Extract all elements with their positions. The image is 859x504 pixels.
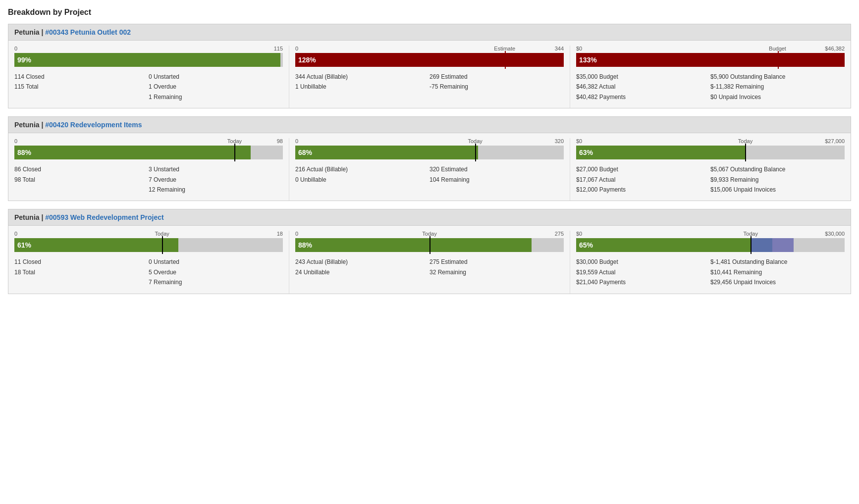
bar-container: 68%: [295, 146, 564, 159]
stat-line: 0 Unstarted: [149, 72, 283, 82]
stat-line: $15,006 Unpaid Invoices: [710, 185, 845, 195]
metric-col-hours: 0Today32068%216 Actual (Billable)0 Unbil…: [289, 138, 570, 201]
bar-min-label: 0: [14, 231, 17, 237]
stat-line: 11 Closed: [14, 257, 149, 267]
stats-grid: 114 Closed115 Total0 Unstarted1 Overdue1…: [14, 72, 283, 102]
stats-grid: 216 Actual (Billable)0 Unbillable320 Est…: [295, 164, 564, 185]
stats-right: 0 Unstarted1 Overdue1 Remaining: [149, 72, 283, 102]
bar-header: 0Estimate344: [295, 46, 564, 51]
project-client: Petunia |: [14, 28, 45, 36]
stats-right: 269 Estimated-75 Remaining: [430, 72, 564, 92]
stat-line: $46,382 Actual: [576, 82, 710, 92]
page-title: Breakdown by Project: [8, 8, 851, 17]
stat-line: 12 Remaining: [149, 185, 283, 195]
bar-container: 88%: [14, 146, 283, 159]
project-header: Petunia | #00593 Web Redevelopment Proje…: [8, 209, 851, 226]
stats-grid: 344 Actual (Billable)1 Unbillable269 Est…: [295, 72, 564, 92]
project-client: Petunia |: [14, 121, 45, 129]
stats-grid: 86 Closed98 Total3 Unstarted7 Overdue12 …: [14, 164, 283, 195]
stat-line: 1 Overdue: [149, 82, 283, 92]
bar-header: $0Today$30,000: [576, 231, 845, 237]
bar-min-label: 0: [295, 138, 298, 144]
stats-right: $-1,481 Outstanding Balance$10,441 Remai…: [710, 257, 845, 287]
bar-max-label: 18: [277, 231, 283, 237]
project-link[interactable]: #00420 Redevelopment Items: [45, 121, 142, 129]
bar-min-label: 0: [295, 46, 298, 51]
bar-marker-line: [778, 51, 779, 69]
bar-min-label: $0: [576, 138, 582, 144]
stat-line: 86 Closed: [14, 164, 149, 174]
project-block-1: Petunia | #00343 Petunia Outlet 00201159…: [8, 24, 851, 108]
bar-container: 128%: [295, 53, 564, 67]
stat-line: 320 Estimated: [430, 164, 564, 174]
bar-marker-line: [430, 236, 430, 254]
project-block-3: Petunia | #00593 Web Redevelopment Proje…: [8, 209, 851, 294]
stats-left: 243 Actual (Billable)24 Unbillable: [295, 257, 430, 277]
stats-left: 344 Actual (Billable)1 Unbillable: [295, 72, 430, 92]
bar-fill: 68%: [295, 146, 478, 159]
stats-left: 114 Closed115 Total: [14, 72, 149, 102]
project-client: Petunia |: [14, 213, 45, 221]
bar-min-label: 0: [295, 231, 298, 237]
stat-line: $19,559 Actual: [576, 267, 710, 277]
stats-right: 275 Estimated32 Remaining: [430, 257, 564, 277]
stat-line: $-1,481 Outstanding Balance: [710, 257, 845, 267]
metric-col-tasks: 0Today1861%11 Closed18 Total0 Unstarted5…: [8, 231, 289, 293]
bar-segment-purple: [772, 238, 794, 252]
bar-marker-line: [475, 144, 476, 161]
metric-col-budget: $0Today$27,00063%$27,000 Budget$17,067 A…: [570, 138, 851, 201]
stat-line: 7 Remaining: [149, 277, 283, 287]
bar-segment-blue: [751, 238, 772, 252]
stat-line: $30,000 Budget: [576, 257, 710, 267]
stat-line: $0 Unpaid Invoices: [710, 92, 845, 102]
stat-line: $17,067 Actual: [576, 175, 710, 185]
metric-col-tasks: 0Today9888%86 Closed98 Total3 Unstarted7…: [8, 138, 289, 201]
bar-max-label: 344: [555, 46, 564, 51]
bar-fill: 99%: [14, 53, 280, 67]
project-block-2: Petunia | #00420 Redevelopment Items0Tod…: [8, 116, 851, 201]
project-link[interactable]: #00593 Web Redevelopment Project: [45, 213, 163, 221]
bar-min-label: 0: [14, 138, 17, 144]
stat-line: 18 Total: [14, 267, 149, 277]
bar-min-label: 0: [14, 46, 17, 51]
bar-max-label: $46,382: [825, 46, 845, 51]
stats-grid: $30,000 Budget$19,559 Actual$21,040 Paym…: [576, 257, 845, 287]
bar-fill: 88%: [14, 146, 251, 159]
stats-left: $27,000 Budget$17,067 Actual$12,000 Paym…: [576, 164, 710, 195]
bar-header: $0Budget$46,382: [576, 46, 845, 51]
bar-max-label: 320: [555, 138, 564, 144]
stats-right: 3 Unstarted7 Overdue12 Remaining: [149, 164, 283, 195]
bar-marker-line: [162, 236, 163, 254]
stat-line: 0 Unbillable: [295, 175, 430, 185]
stats-right: 0 Unstarted5 Overdue7 Remaining: [149, 257, 283, 287]
bar-max-label: 115: [274, 46, 283, 51]
metric-col-budget: $0Budget$46,382133%$35,000 Budget$46,382…: [570, 46, 851, 108]
stats-grid: $27,000 Budget$17,067 Actual$12,000 Paym…: [576, 164, 845, 195]
stats-left: $30,000 Budget$19,559 Actual$21,040 Paym…: [576, 257, 710, 287]
stats-grid: 243 Actual (Billable)24 Unbillable275 Es…: [295, 257, 564, 277]
stats-right: $5,900 Outstanding Balance$-11,382 Remai…: [710, 72, 845, 102]
stat-line: $5,900 Outstanding Balance: [710, 72, 845, 82]
stat-line: 269 Estimated: [430, 72, 564, 82]
stat-line: $29,456 Unpaid Invoices: [710, 277, 845, 287]
stat-line: 0 Unstarted: [149, 257, 283, 267]
stat-line: 216 Actual (Billable): [295, 164, 430, 174]
bar-marker-line: [745, 144, 746, 161]
project-link[interactable]: #00343 Petunia Outlet 002: [45, 28, 131, 36]
metric-col-budget: $0Today$30,00065%$30,000 Budget$19,559 A…: [570, 231, 851, 293]
bar-min-label: $0: [576, 231, 582, 237]
bar-header: 0Today98: [14, 138, 283, 144]
bar-max-label: $30,000: [825, 231, 845, 237]
bar-fill: 88%: [295, 238, 532, 252]
stat-line: 344 Actual (Billable): [295, 72, 430, 82]
stat-line: $-11,382 Remaining: [710, 82, 845, 92]
bar-fill: 61%: [14, 238, 178, 252]
bar-max-label: 98: [277, 138, 283, 144]
bar-container: 65%: [576, 238, 845, 252]
bar-marker-line: [234, 144, 235, 161]
bar-header: 0Today18: [14, 231, 283, 237]
stat-line: $21,040 Payments: [576, 277, 710, 287]
stats-right: 320 Estimated104 Remaining: [430, 164, 564, 185]
metric-col-hours: 0Estimate344128%344 Actual (Billable)1 U…: [289, 46, 570, 108]
metric-col-hours: 0Today27588%243 Actual (Billable)24 Unbi…: [289, 231, 570, 293]
